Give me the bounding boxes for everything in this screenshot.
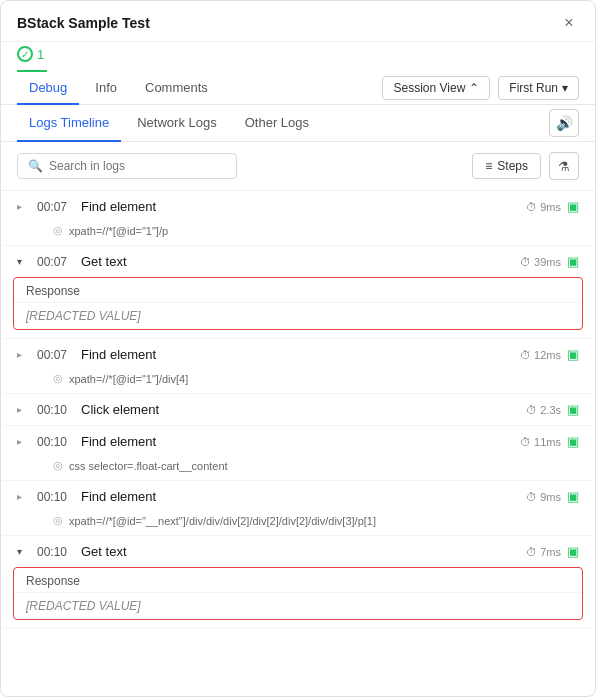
chevron-icon: ▾ bbox=[17, 546, 31, 557]
log-time: 00:07 bbox=[37, 348, 75, 362]
log-action: Find element bbox=[81, 347, 514, 362]
selector-icon: ◎ bbox=[53, 514, 63, 527]
pass-indicator: ✓ 1 bbox=[1, 42, 595, 70]
log-action: Find element bbox=[81, 489, 520, 504]
log-entry: ▸ 00:10 Find element ⏱ 11ms ▣ ◎ css sele… bbox=[1, 426, 595, 481]
log-row[interactable]: ▸ 00:10 Click element ⏱ 2.3s ▣ bbox=[1, 394, 595, 425]
search-input-wrapper: 🔍 bbox=[17, 153, 237, 179]
log-duration: ⏱ 39ms bbox=[520, 256, 561, 268]
audio-button[interactable]: 🔊 bbox=[549, 109, 579, 137]
log-action: Get text bbox=[81, 254, 514, 269]
pass-count: 1 bbox=[37, 47, 44, 62]
log-selector-row: ◎ css selector=.float-cart__content bbox=[1, 457, 595, 480]
log-time: 00:10 bbox=[37, 545, 75, 559]
log-selector-row: ◎ xpath=//*[@id="1"]/p bbox=[1, 222, 595, 245]
log-selector-row: ◎ xpath=//*[@id="__next"]/div/div/div[2]… bbox=[1, 512, 595, 535]
log-action: Find element bbox=[81, 434, 514, 449]
selector-icon: ◎ bbox=[53, 372, 63, 385]
tab-other-logs[interactable]: Other Logs bbox=[233, 105, 321, 142]
log-selector: xpath=//*[@id="__next"]/div/div/div[2]/d… bbox=[69, 515, 376, 527]
search-icon: 🔍 bbox=[28, 159, 43, 173]
log-duration: ⏱ 9ms bbox=[526, 491, 561, 503]
window-title: BStack Sample Test bbox=[17, 15, 150, 31]
log-time: 00:10 bbox=[37, 435, 75, 449]
top-tab-controls: Session View ⌃ First Run ▾ bbox=[382, 76, 579, 100]
response-label: Response bbox=[14, 568, 582, 593]
tab-debug[interactable]: Debug bbox=[17, 72, 79, 105]
clock-icon: ⏱ bbox=[526, 201, 537, 213]
session-view-button[interactable]: Session View ⌃ bbox=[382, 76, 490, 100]
tab-logs-timeline[interactable]: Logs Timeline bbox=[17, 105, 121, 142]
sub-tabs-bar: Logs Timeline Network Logs Other Logs 🔊 bbox=[1, 105, 595, 142]
clock-icon: ⏱ bbox=[520, 436, 531, 448]
clock-icon: ⏱ bbox=[526, 546, 537, 558]
log-action: Get text bbox=[81, 544, 520, 559]
log-time: 00:07 bbox=[37, 255, 75, 269]
response-block: Response [REDACTED VALUE] bbox=[13, 277, 583, 330]
close-button[interactable]: × bbox=[559, 13, 579, 33]
log-row[interactable]: ▾ 00:07 Get text ⏱ 39ms ▣ bbox=[1, 246, 595, 277]
log-entry: ▸ 00:10 Click element ⏱ 2.3s ▣ bbox=[1, 394, 595, 426]
status-icon: ▣ bbox=[567, 434, 579, 449]
response-label: Response bbox=[14, 278, 582, 303]
chevron-icon: ▸ bbox=[17, 491, 31, 502]
log-action: Click element bbox=[81, 402, 520, 417]
steps-button[interactable]: ≡ Steps bbox=[472, 153, 541, 179]
clock-icon: ⏱ bbox=[520, 256, 531, 268]
clock-icon: ⏱ bbox=[526, 491, 537, 503]
log-duration: ⏱ 2.3s bbox=[526, 404, 561, 416]
selector-icon: ◎ bbox=[53, 224, 63, 237]
selector-icon: ◎ bbox=[53, 459, 63, 472]
response-block: Response [REDACTED VALUE] bbox=[13, 567, 583, 620]
chevron-icon: ▸ bbox=[17, 436, 31, 447]
logs-container: ▸ 00:07 Find element ⏱ 9ms ▣ ◎ xpath=//*… bbox=[1, 191, 595, 696]
log-action: Find element bbox=[81, 199, 520, 214]
first-run-button[interactable]: First Run ▾ bbox=[498, 76, 579, 100]
pass-icon: ✓ bbox=[17, 46, 33, 62]
status-icon: ▣ bbox=[567, 254, 579, 269]
log-row[interactable]: ▸ 00:07 Find element ⏱ 9ms ▣ bbox=[1, 191, 595, 222]
status-icon: ▣ bbox=[567, 489, 579, 504]
search-input[interactable] bbox=[49, 159, 226, 173]
search-bar: 🔍 ≡ Steps ⚗ bbox=[1, 142, 595, 191]
log-entry: ▸ 00:10 Find element ⏱ 9ms ▣ ◎ xpath=//*… bbox=[1, 481, 595, 536]
status-icon: ▣ bbox=[567, 544, 579, 559]
clock-icon: ⏱ bbox=[520, 349, 531, 361]
status-icon: ▣ bbox=[567, 402, 579, 417]
clock-icon: ⏱ bbox=[526, 404, 537, 416]
chevron-icon: ▸ bbox=[17, 404, 31, 415]
log-selector: xpath=//*[@id="1"]/div[4] bbox=[69, 373, 188, 385]
chevron-icon: ▸ bbox=[17, 201, 31, 212]
log-time: 00:10 bbox=[37, 490, 75, 504]
log-duration: ⏱ 9ms bbox=[526, 201, 561, 213]
log-time: 00:07 bbox=[37, 200, 75, 214]
log-time: 00:10 bbox=[37, 403, 75, 417]
log-entry: ▾ 00:10 Get text ⏱ 7ms ▣ Response [REDAC… bbox=[1, 536, 595, 629]
response-value: [REDACTED VALUE] bbox=[14, 593, 582, 619]
top-tabs-bar: Debug Info Comments Session View ⌃ First… bbox=[1, 72, 595, 105]
tab-network-logs[interactable]: Network Logs bbox=[125, 105, 228, 142]
log-row[interactable]: ▸ 00:10 Find element ⏱ 11ms ▣ bbox=[1, 426, 595, 457]
log-duration: ⏱ 11ms bbox=[520, 436, 561, 448]
chevron-icon: ▸ bbox=[17, 349, 31, 360]
log-entry: ▸ 00:07 Find element ⏱ 12ms ▣ ◎ xpath=//… bbox=[1, 339, 595, 394]
log-selector: css selector=.float-cart__content bbox=[69, 460, 228, 472]
log-entry: ▾ 00:07 Get text ⏱ 39ms ▣ Response [REDA… bbox=[1, 246, 595, 339]
log-row[interactable]: ▸ 00:10 Find element ⏱ 9ms ▣ bbox=[1, 481, 595, 512]
status-icon: ▣ bbox=[567, 199, 579, 214]
log-duration: ⏱ 12ms bbox=[520, 349, 561, 361]
log-entry: ▸ 00:07 Find element ⏱ 9ms ▣ ◎ xpath=//*… bbox=[1, 191, 595, 246]
filter-button[interactable]: ⚗ bbox=[549, 152, 579, 180]
main-window: BStack Sample Test × ✓ 1 Debug Info Comm… bbox=[0, 0, 596, 697]
sub-tab-controls: 🔊 bbox=[549, 109, 579, 137]
log-row[interactable]: ▸ 00:07 Find element ⏱ 12ms ▣ bbox=[1, 339, 595, 370]
log-selector: xpath=//*[@id="1"]/p bbox=[69, 225, 168, 237]
status-icon: ▣ bbox=[567, 347, 579, 362]
tab-comments[interactable]: Comments bbox=[133, 72, 220, 105]
response-value: [REDACTED VALUE] bbox=[14, 303, 582, 329]
tab-info[interactable]: Info bbox=[83, 72, 129, 105]
title-bar: BStack Sample Test × bbox=[1, 1, 595, 42]
log-row[interactable]: ▾ 00:10 Get text ⏱ 7ms ▣ bbox=[1, 536, 595, 567]
chevron-icon: ▾ bbox=[17, 256, 31, 267]
log-selector-row: ◎ xpath=//*[@id="1"]/div[4] bbox=[1, 370, 595, 393]
